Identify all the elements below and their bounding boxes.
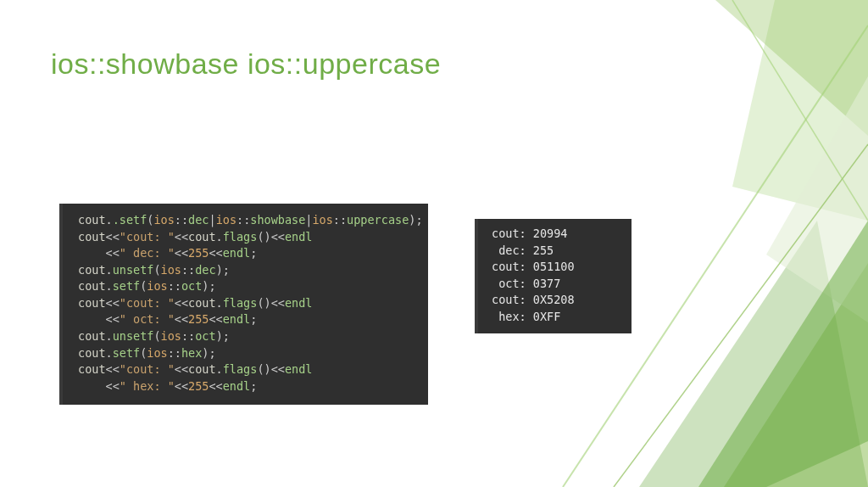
svg-marker-3 [715,0,868,136]
code-token: << [209,379,222,393]
code-token: "cout: " [120,230,175,244]
code-token: << [175,362,188,376]
code-token: " hex: " [120,379,175,393]
output-label: cout: [492,293,533,306]
code-token: hex [181,346,202,360]
code-token: :: [333,213,347,227]
code-token: dec [188,213,209,227]
code-token: :: [236,213,250,227]
code-token: ios [161,329,181,343]
code-token: oct [195,329,215,343]
code-token: cout [78,230,106,244]
code-token: flags [223,362,258,376]
output-value: 255 [533,244,554,257]
code-token: 255 [188,246,209,260]
code-token: ; [250,246,257,260]
output-value: 0XFF [533,310,561,323]
code-token: ); [216,329,230,343]
code-token: endl [223,379,251,393]
code-token: 255 [188,379,209,393]
code-token: . [106,346,113,360]
code-token: . [216,230,223,244]
code-token: << [175,379,188,393]
code-token: "cout: " [120,296,175,310]
code-token: << [209,312,222,326]
output-value: 051100 [533,260,575,273]
code-token: ); [202,346,215,360]
code-token: ()<< [257,296,285,310]
code-token: setf [113,279,141,293]
code-token: " oct: " [120,312,175,326]
code-token: endl [285,362,313,376]
code-token: "cout: " [120,362,175,376]
code-token: cout [188,362,216,376]
code-token: unsetf [113,263,154,277]
code-token: :: [181,329,195,343]
code-token: << [78,246,120,260]
svg-marker-0 [724,263,868,487]
code-token: . [106,263,113,277]
code-token: oct [181,279,202,293]
code-token: flags [223,230,258,244]
output-label: cout: [492,260,533,273]
code-token: dec [195,263,215,277]
code-token: cout [78,346,106,360]
code-token: ()<< [257,362,285,376]
svg-line-8 [732,0,868,221]
code-token: cout [188,230,216,244]
code-token: :: [181,263,195,277]
output-label: cout: [492,227,533,240]
slide: ios::showbase ios::uppercase cout..setf(… [0,0,868,487]
code-token: << [106,230,120,244]
svg-marker-1 [639,221,868,487]
code-token: << [175,230,188,244]
code-token: . [106,329,113,343]
code-token: .setf [113,213,147,227]
output-value: 20994 [533,227,568,240]
code-token: :: [175,213,188,227]
svg-line-7 [614,144,868,487]
code-token: | [209,213,215,227]
code-token: endl [223,246,251,260]
svg-marker-2 [732,0,868,221]
code-token: << [78,312,120,326]
code-token: ( [153,263,160,277]
code-token: cout [78,329,106,343]
code-token: " dec: " [120,246,175,260]
output-label: oct: [492,277,533,290]
code-token: cout [78,263,106,277]
output-value: 0377 [533,277,561,290]
code-token: . [106,213,113,227]
code-token: endl [285,296,313,310]
code-token: << [106,362,120,376]
code-token: << [175,246,188,260]
output-value: 0X5208 [533,293,575,306]
code-token: << [175,296,188,310]
code-token: << [209,246,222,260]
code-token: 255 [188,312,209,326]
code-token: showbase [250,213,305,227]
code-token: :: [168,346,181,360]
code-token: setf [113,346,141,360]
code-token: . [216,296,223,310]
code-token: cout [188,296,216,310]
code-token: ios [153,213,174,227]
code-token: ios [147,279,167,293]
code-token: ios [161,263,181,277]
code-token: endl [285,230,313,244]
code-snippet: cout..setf(ios::dec|ios::showbase|ios::u… [59,204,428,405]
svg-marker-5 [698,221,868,487]
code-token: << [106,296,120,310]
output-snippet: cout: 20994 dec: 255 cout: 051100 oct: 0… [475,219,632,333]
code-token: ios [216,213,236,227]
code-token: ); [409,213,422,227]
code-token: :: [168,279,181,293]
code-token: ); [202,279,215,293]
code-token: cout [78,213,106,227]
code-token: ios [312,213,332,227]
slide-title: ios::showbase ios::uppercase [51,48,441,81]
code-token: unsetf [113,329,154,343]
code-token: ); [216,263,230,277]
code-token: ios [147,346,167,360]
code-token: flags [223,296,258,310]
